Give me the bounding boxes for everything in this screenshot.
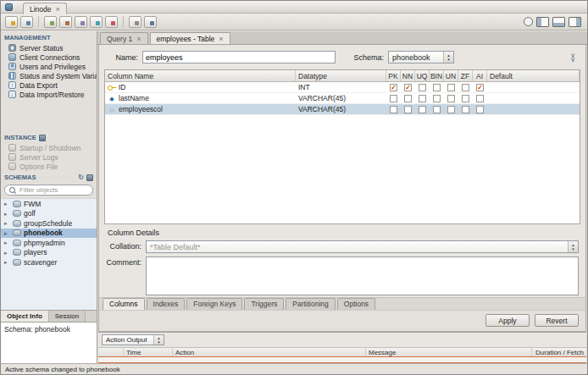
create-schema-icon[interactable]	[44, 16, 57, 28]
collapse-header-icon[interactable]: ∨ ∨	[567, 52, 579, 63]
header-zf[interactable]: ZF	[458, 70, 473, 81]
un-checkbox[interactable]	[447, 95, 455, 102]
nn-checkbox[interactable]: ✓	[404, 84, 412, 91]
schema-filter[interactable]	[4, 185, 93, 196]
header-pk[interactable]: PK	[386, 70, 401, 81]
uq-checkbox[interactable]	[419, 106, 426, 113]
sidebar-item-status-system-variables[interactable]: Status and System Variable	[1, 71, 97, 80]
tab-foreign-keys[interactable]: Foreign Keys	[186, 298, 242, 310]
header-bin[interactable]: BIN	[430, 70, 444, 81]
search-icon[interactable]	[129, 16, 141, 28]
sidebar-item-data-export[interactable]: Data Export	[1, 80, 97, 90]
reconnect-icon[interactable]	[144, 16, 157, 28]
schema-item-fwm[interactable]: FWM	[1, 199, 97, 209]
expand-arrow-icon[interactable]	[4, 238, 10, 247]
zf-checkbox[interactable]	[462, 84, 469, 91]
schema-item-phonebook[interactable]: phonebook	[1, 229, 97, 239]
expand-arrow-icon[interactable]	[4, 257, 10, 267]
sidebar-item-startup-shutdown[interactable]: Startup / Shutdown	[1, 143, 97, 152]
ai-checkbox[interactable]: ✓	[476, 84, 484, 91]
output-type-select[interactable]: Action Output ▴▾	[102, 334, 164, 345]
tab-options[interactable]: Options	[337, 298, 375, 310]
nn-checkbox[interactable]	[404, 106, 412, 113]
stepper-arrows-icon[interactable]: ▴▾	[153, 335, 164, 345]
zf-checkbox[interactable]	[462, 106, 469, 113]
create-view-icon[interactable]	[75, 16, 87, 28]
stepper-arrows-icon[interactable]: ▴▾	[568, 241, 578, 252]
schema-item-scavenger[interactable]: scavenger	[1, 257, 97, 267]
pk-checkbox[interactable]: ✓	[390, 84, 397, 91]
header-ai[interactable]: AI	[473, 70, 487, 81]
output-duration-column[interactable]: Duration / Fetch	[532, 348, 586, 356]
tab-employees-table[interactable]: employees - Table	[150, 32, 230, 44]
schema-filter-input[interactable]	[19, 186, 88, 194]
uq-checkbox[interactable]	[419, 95, 426, 102]
status-circle-icon[interactable]	[524, 17, 533, 26]
tab-object-info[interactable]: Object Info	[1, 311, 49, 322]
expand-arrow-icon[interactable]	[4, 209, 10, 218]
table-row-employeescol[interactable]: employeescol VARCHAR(45)	[105, 104, 580, 115]
close-tab-icon[interactable]	[219, 35, 223, 43]
schema-item-golf[interactable]: golf	[1, 209, 97, 219]
revert-button[interactable]: Revert	[535, 314, 579, 327]
tab-columns[interactable]: Columns	[103, 298, 145, 310]
expand-arrow-icon[interactable]	[4, 199, 10, 208]
nn-checkbox[interactable]	[404, 95, 412, 102]
tab-partitioning[interactable]: Partitioning	[286, 298, 336, 310]
output-time-column[interactable]: Time	[124, 348, 173, 356]
bin-checkbox[interactable]	[433, 84, 441, 91]
sidebar-item-users-privileges[interactable]: Users and Privileges	[1, 62, 97, 71]
schemas-options-icon[interactable]	[86, 174, 93, 181]
ai-checkbox[interactable]	[476, 95, 484, 102]
sidebar-item-data-import[interactable]: Data Import/Restore	[1, 90, 97, 99]
column-default[interactable]	[487, 104, 580, 114]
uq-checkbox[interactable]	[419, 84, 426, 91]
zf-checkbox[interactable]	[462, 95, 469, 102]
un-checkbox[interactable]	[447, 106, 455, 113]
collation-select[interactable]: *Table Default* ▴▾	[146, 240, 579, 253]
toggle-left-panel-icon[interactable]	[536, 17, 549, 27]
schema-select[interactable]: phonebook ▴▾	[388, 51, 454, 63]
tab-indexes[interactable]: Indexes	[147, 298, 186, 310]
apply-button[interactable]: Apply	[485, 314, 530, 327]
table-row-id[interactable]: ID INT ✓ ✓ ✓	[105, 82, 580, 93]
table-row-lastname[interactable]: lastName VARCHAR(45)	[105, 93, 580, 104]
expand-arrow-icon[interactable]	[4, 229, 10, 238]
tab-triggers[interactable]: Triggers	[244, 298, 284, 310]
table-name-input[interactable]	[142, 51, 336, 63]
tab-query-1[interactable]: Query 1	[100, 32, 148, 44]
header-column-name[interactable]: Column Name	[105, 70, 296, 81]
sidebar-item-options-file[interactable]: Options File	[1, 162, 97, 171]
expand-arrow-icon[interactable]	[4, 218, 10, 228]
schema-item-groupschedule[interactable]: groupSchedule	[1, 218, 97, 229]
un-checkbox[interactable]	[447, 84, 455, 91]
header-datatype[interactable]: Datatype	[296, 70, 386, 81]
header-default[interactable]: Default	[487, 70, 580, 81]
expand-arrow-icon[interactable]	[4, 248, 10, 257]
schema-item-players[interactable]: players	[1, 248, 97, 258]
schema-item-phpmyadmin[interactable]: phpmyadmin	[1, 238, 97, 248]
stepper-arrows-icon[interactable]: ▴▾	[443, 52, 453, 63]
output-status-column[interactable]	[98, 348, 124, 356]
connection-tab[interactable]: Linode	[23, 3, 67, 14]
close-tab-icon[interactable]	[56, 5, 60, 14]
header-nn[interactable]: NN	[401, 70, 415, 81]
tab-session[interactable]: Session	[49, 311, 86, 322]
header-un[interactable]: UN	[444, 70, 458, 81]
close-tab-icon[interactable]	[136, 35, 141, 43]
sidebar-item-client-connections[interactable]: Client Connections	[1, 52, 97, 62]
ai-checkbox[interactable]	[476, 106, 484, 113]
create-function-icon[interactable]	[105, 16, 118, 28]
open-script-icon[interactable]	[20, 16, 33, 28]
create-procedure-icon[interactable]	[90, 16, 103, 28]
comment-textarea[interactable]	[146, 256, 579, 295]
pk-checkbox[interactable]	[390, 106, 397, 113]
header-uq[interactable]: UQ	[415, 70, 430, 81]
create-table-icon[interactable]	[59, 16, 72, 28]
output-message-column[interactable]: Message	[366, 348, 532, 356]
output-action-column[interactable]: Action	[173, 348, 366, 356]
sidebar-item-server-logs[interactable]: Server Logs	[1, 152, 97, 162]
column-default[interactable]	[487, 82, 580, 92]
toggle-right-panel-icon[interactable]	[569, 17, 581, 27]
bin-checkbox[interactable]	[433, 106, 441, 113]
